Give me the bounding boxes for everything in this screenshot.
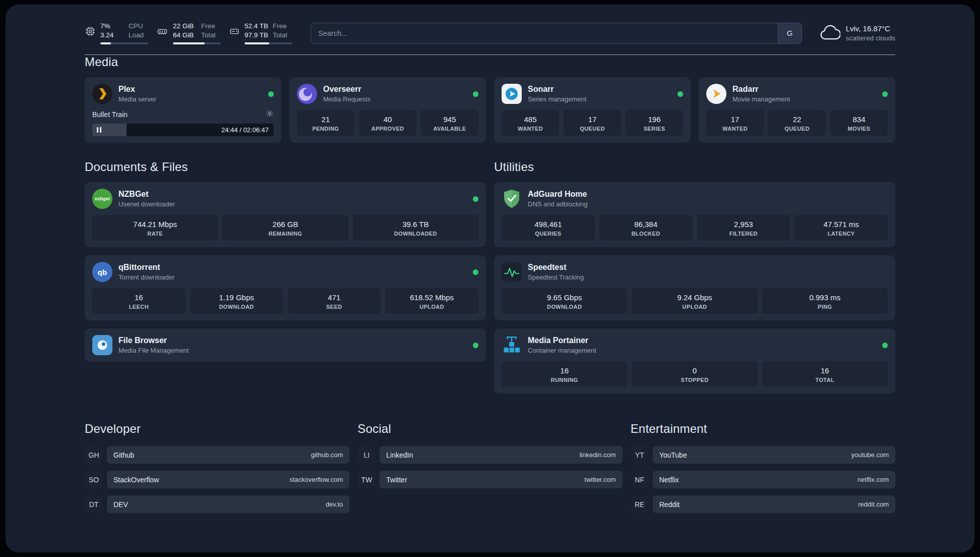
stat-value: 9.65 Gbps bbox=[504, 293, 625, 302]
weather-condition: scattered clouds bbox=[846, 34, 895, 43]
card-filebrowser[interactable]: File Browser Media File Management bbox=[85, 328, 486, 362]
stat-value: 16 bbox=[94, 293, 183, 302]
search-provider-button[interactable]: G bbox=[778, 23, 802, 43]
playback-time: 24:44 / 02:06:47 bbox=[221, 124, 269, 136]
search-bar: G bbox=[311, 23, 802, 44]
bookmark-github[interactable]: GH Github github.com bbox=[85, 446, 349, 464]
stat-tile-series: 196SERIES bbox=[626, 110, 683, 136]
stat-label: STOPPED bbox=[634, 377, 755, 383]
bookmark-twitter[interactable]: TW Twitter twitter.com bbox=[357, 471, 622, 488]
stat-tile-pending: 21PENDING bbox=[297, 110, 354, 136]
disk-free-label: Free bbox=[273, 22, 287, 31]
bookmark-bar: StackOverflow stackoverflow.com bbox=[107, 471, 349, 488]
section-heading-developer: Developer bbox=[85, 422, 349, 436]
stat-value: 17 bbox=[566, 115, 619, 124]
app-name: qBittorrent bbox=[118, 262, 467, 272]
stat-tile-download: 1.19 GbpsDOWNLOAD bbox=[190, 288, 283, 314]
stat-label: UPLOAD bbox=[387, 304, 476, 310]
stat-label: WANTED bbox=[504, 126, 557, 132]
stat-tile-upload: 618.52 MbpsUPLOAD bbox=[385, 288, 478, 314]
stat-value: 9.24 Gbps bbox=[634, 293, 755, 302]
stat-value: 21 bbox=[299, 115, 352, 124]
app-name: Speedtest bbox=[528, 262, 888, 272]
gear-icon[interactable] bbox=[266, 109, 274, 120]
stat-value: 0 bbox=[634, 366, 755, 375]
status-dot bbox=[473, 343, 478, 348]
stat-label: PENDING bbox=[299, 126, 352, 132]
stat-label: LATENCY bbox=[797, 231, 886, 237]
bookmark-bar: Twitter twitter.com bbox=[380, 471, 622, 488]
card-portainer[interactable]: Media Portainer Container management 16R… bbox=[494, 328, 895, 394]
stat-label: PING bbox=[764, 304, 886, 310]
disk-icon bbox=[229, 26, 240, 37]
card-sonarr[interactable]: Sonarr Series management 485WANTED 17QUE… bbox=[494, 77, 691, 143]
stat-tile-filtered: 2,953FILTERED bbox=[697, 215, 790, 241]
app-subtitle: Usenet downloader bbox=[118, 200, 467, 208]
card-adguard[interactable]: AdGuard Home DNS and adblocking 498,461Q… bbox=[494, 182, 895, 247]
memory-stat: 22 GiBFree 64 GiBTotal bbox=[156, 22, 221, 44]
stat-value: 498,461 bbox=[504, 219, 593, 229]
stat-label: APPROVED bbox=[361, 126, 414, 132]
stat-label: WANTED bbox=[708, 126, 762, 132]
bookmark-abbr: LI bbox=[357, 446, 376, 464]
topbar-divider bbox=[85, 54, 895, 55]
bookmark-reddit[interactable]: RE Reddit reddit.com bbox=[631, 495, 895, 513]
disk-total-value: 97.9 TB bbox=[244, 31, 273, 40]
stat-label: QUERIES bbox=[504, 231, 593, 237]
stat-label: QUEUED bbox=[770, 126, 824, 132]
bookmark-domain: stackoverflow.com bbox=[289, 476, 343, 483]
bookmark-bar: DEV dev.to bbox=[107, 495, 349, 513]
cpu-icon bbox=[85, 26, 96, 37]
search-input[interactable] bbox=[311, 23, 778, 43]
pause-icon[interactable] bbox=[97, 127, 101, 133]
speedtest-icon bbox=[502, 262, 522, 282]
app-subtitle: Media File Management bbox=[118, 346, 467, 355]
stat-value: 22 bbox=[770, 115, 824, 124]
stat-tile-download: 9.65 GbpsDOWNLOAD bbox=[502, 288, 627, 314]
app-name: Media Portainer bbox=[528, 336, 876, 346]
stat-value: 86,384 bbox=[601, 219, 691, 229]
bookmark-name: Netflix bbox=[659, 476, 679, 484]
stat-label: SEED bbox=[290, 304, 379, 310]
bookmark-linkedin[interactable]: LI LinkedIn linkedin.com bbox=[357, 446, 622, 464]
stat-tile-seed: 471SEED bbox=[288, 288, 381, 314]
disk-stat: 52.4 TBFree 97.9 TBTotal bbox=[229, 22, 292, 44]
bookmark-netflix[interactable]: NF Netflix netflix.com bbox=[631, 471, 895, 488]
bookmark-abbr: YT bbox=[631, 446, 649, 464]
bookmark-bar: Reddit reddit.com bbox=[653, 495, 895, 513]
app-subtitle: Series management bbox=[528, 95, 671, 103]
playback-progress-bar: 24:44 / 02:06:47 bbox=[92, 124, 274, 136]
stat-tile-queued: 17QUEUED bbox=[564, 110, 621, 136]
filebrowser-icon bbox=[92, 335, 112, 355]
stat-tile-leech: 16LEECH bbox=[92, 288, 186, 314]
cpu-stat: 7%CPU 3.24Load bbox=[85, 22, 148, 44]
bookmark-dev[interactable]: DT DEV dev.to bbox=[85, 495, 349, 513]
stat-label: DOWNLOAD bbox=[192, 304, 281, 310]
card-overseerr[interactable]: Overseerr Media Requests 21PENDING 40APP… bbox=[289, 77, 486, 143]
disk-free-value: 52.4 TB bbox=[244, 22, 273, 31]
memory-icon bbox=[156, 26, 168, 37]
stat-label: AVAILABLE bbox=[423, 126, 476, 132]
status-dot bbox=[473, 196, 478, 202]
card-speedtest[interactable]: Speedtest Speedtest Tracking 9.65 GbpsDO… bbox=[494, 255, 895, 320]
stat-value: 834 bbox=[832, 115, 886, 124]
bookmark-domain: twitter.com bbox=[585, 476, 616, 483]
stat-tile-available: 945AVAILABLE bbox=[421, 110, 478, 136]
card-radarr[interactable]: Radarr Movie management 17WANTED 22QUEUE… bbox=[699, 77, 895, 143]
stat-value: 0.993 ms bbox=[764, 293, 886, 302]
card-plex[interactable]: Plex Media server Bullet Train 24:44 / 0… bbox=[85, 77, 281, 143]
app-subtitle: Media Requests bbox=[323, 95, 467, 103]
card-qbittorrent[interactable]: qb qBittorrent Torrent downloader 16LEEC… bbox=[85, 255, 486, 320]
bookmark-stackoverflow[interactable]: SO StackOverflow stackoverflow.com bbox=[85, 471, 349, 488]
app-name: Radarr bbox=[732, 84, 876, 94]
bookmark-abbr: SO bbox=[85, 471, 103, 488]
bookmark-name: StackOverflow bbox=[113, 476, 159, 484]
stat-value: 2,953 bbox=[699, 219, 788, 229]
card-nzbget[interactable]: nzbget NZBGet Usenet downloader 744.21 M… bbox=[85, 182, 486, 247]
bookmark-youtube[interactable]: YT YouTube youtube.com bbox=[631, 446, 895, 464]
section-heading-documents: Documents & Files bbox=[85, 160, 486, 174]
radarr-icon bbox=[706, 84, 726, 104]
stat-label: SERIES bbox=[628, 126, 681, 132]
stat-label: DOWNLOAD bbox=[504, 304, 625, 310]
bookmark-name: Reddit bbox=[659, 500, 680, 509]
